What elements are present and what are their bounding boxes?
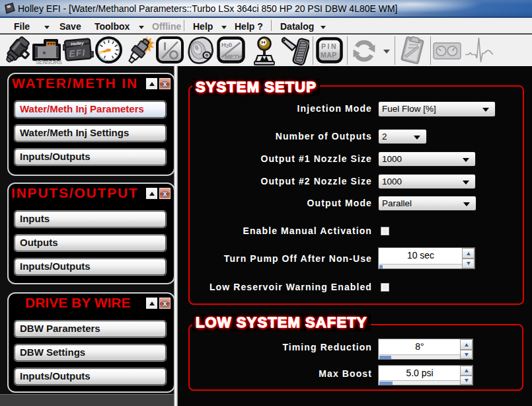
svg-text:METH: METH	[225, 53, 242, 60]
svg-text:PIN: PIN	[321, 42, 338, 50]
svg-text:MAP: MAP	[321, 51, 337, 59]
svg-text:SENSORS: SENSORS	[36, 59, 62, 65]
svg-text:EFI: EFI	[69, 47, 86, 59]
